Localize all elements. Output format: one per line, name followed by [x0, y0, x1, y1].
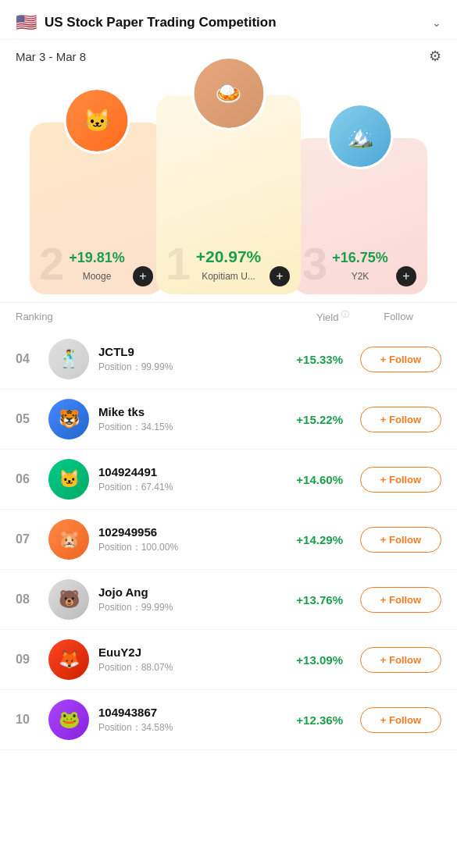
trader-name: 104943867	[98, 706, 279, 719]
trader-info: 104943867 Position：34.58%	[98, 706, 279, 735]
rank-number: 05	[16, 412, 39, 426]
trader-yield: +13.76%	[288, 593, 343, 607]
second-plus-button[interactable]: +	[133, 266, 153, 286]
trader-yield: +14.29%	[288, 533, 343, 546]
trader-yield: +13.09%	[288, 653, 343, 667]
trader-avatar: 🐻	[48, 579, 89, 620]
trader-avatar: 🐯	[48, 399, 89, 439]
second-name: Mooge	[83, 271, 112, 282]
follow-button[interactable]: + Follow	[360, 707, 441, 733]
trader-avatar: 🦊	[48, 639, 89, 680]
rank-number: 10	[16, 713, 39, 727]
follow-button[interactable]: + Follow	[360, 407, 441, 432]
trader-list: 04 🕺 JCTL9 Position：99.99% +15.33% + Fol…	[0, 329, 457, 750]
rank-watermark-2: 2	[39, 241, 64, 286]
follow-button[interactable]: + Follow	[360, 347, 441, 372]
trader-row: 10 🐸 104943867 Position：34.58% +12.36% +…	[0, 690, 457, 750]
trader-row: 05 🐯 Mike tks Position：34.15% +15.22% + …	[0, 390, 457, 450]
header-left: 🇺🇸 US Stock Paper Trading Competition	[16, 12, 277, 33]
trader-position: Position：99.99%	[98, 601, 279, 614]
first-yield: +20.97%	[196, 247, 262, 266]
podium-first: 1 🍛 +20.97% Kopitiam U... +	[156, 95, 301, 294]
trader-yield: +15.22%	[288, 413, 343, 426]
trader-avatar: 🕺	[48, 339, 89, 379]
avatar-first-img: 🍛	[194, 59, 263, 128]
flag-icon: 🇺🇸	[16, 12, 37, 33]
trader-row: 09 🦊 EuuY2J Position：88.07% +13.09% + Fo…	[0, 630, 457, 690]
trader-info: 102949956 Position：100.00%	[98, 525, 279, 554]
podium-second: 2 🐱 +19.81% Mooge +	[30, 123, 164, 294]
trader-info: Jojo Ang Position：99.99%	[98, 585, 279, 614]
date-range-text: Mar 3 - Mar 8	[16, 50, 86, 63]
follow-button[interactable]: + Follow	[360, 647, 441, 673]
col-follow: Follow	[355, 311, 441, 322]
podium-third: 3 🏔️ +16.75% Y2K +	[293, 138, 427, 294]
trader-avatar: 🐹	[48, 519, 89, 560]
third-name: Y2K	[352, 271, 370, 282]
chevron-down-icon[interactable]: ⌄	[432, 16, 441, 29]
trader-row: 08 🐻 Jojo Ang Position：99.99% +13.76% + …	[0, 570, 457, 630]
trader-info: EuuY2J Position：88.07%	[98, 646, 279, 674]
follow-button[interactable]: + Follow	[360, 467, 441, 493]
trader-name: EuuY2J	[98, 646, 279, 659]
competition-title: US Stock Paper Trading Competition	[45, 15, 277, 30]
trader-position: Position：99.99%	[98, 361, 279, 374]
trader-info: JCTL9 Position：99.99%	[98, 345, 279, 374]
avatar-second-img: 🐱	[66, 90, 128, 151]
table-header: Ranking Yield ⓘ Follow	[0, 302, 457, 329]
trader-position: Position：34.58%	[98, 721, 279, 735]
first-name: Kopitiam U...	[202, 271, 255, 282]
rank-number: 04	[16, 352, 39, 366]
app-header: 🇺🇸 US Stock Paper Trading Competition ⌄	[0, 0, 457, 40]
col-yield: Yield ⓘ	[316, 309, 349, 323]
trader-name: 104924491	[98, 465, 279, 478]
trader-info: 104924491 Position：67.41%	[98, 465, 279, 494]
filter-icon[interactable]: ⚙	[429, 48, 441, 65]
trader-name: Mike tks	[98, 405, 279, 418]
trader-info: Mike tks Position：34.15%	[98, 405, 279, 434]
second-yield: +19.81%	[69, 250, 125, 266]
yield-info-icon: ⓘ	[341, 310, 349, 318]
podium-section: 2 🐱 +19.81% Mooge + 1 🍛 +20.97% Kopitiam…	[0, 76, 457, 302]
avatar-second: 🐱	[64, 87, 130, 154]
rank-number: 08	[16, 592, 39, 607]
trader-name: JCTL9	[98, 345, 279, 358]
rank-watermark-1: 1	[166, 241, 191, 286]
rank-number: 07	[16, 532, 39, 546]
first-plus-button[interactable]: +	[270, 266, 290, 286]
col-ranking: Ranking	[16, 311, 53, 322]
third-plus-button[interactable]: +	[396, 266, 416, 286]
avatar-third: 🏔️	[327, 103, 394, 169]
follow-button[interactable]: + Follow	[360, 587, 441, 613]
trader-name: Jojo Ang	[98, 585, 279, 599]
trader-position: Position：34.15%	[98, 421, 279, 434]
trader-yield: +14.60%	[288, 473, 343, 486]
trader-position: Position：88.07%	[98, 661, 279, 674]
trader-yield: +15.33%	[288, 353, 343, 366]
trader-avatar: 🐱	[48, 459, 89, 500]
trader-row: 06 🐱 104924491 Position：67.41% +14.60% +…	[0, 450, 457, 510]
rank-number: 06	[16, 472, 39, 486]
trader-name: 102949956	[98, 525, 279, 539]
rank-number: 09	[16, 653, 39, 667]
trader-position: Position：67.41%	[98, 481, 279, 494]
avatar-third-img: 🏔️	[330, 105, 391, 167]
trader-row: 07 🐹 102949956 Position：100.00% +14.29% …	[0, 510, 457, 570]
trader-avatar: 🐸	[48, 699, 89, 740]
follow-button[interactable]: + Follow	[360, 527, 441, 553]
trader-yield: +12.36%	[288, 713, 343, 727]
third-yield: +16.75%	[332, 250, 388, 266]
rank-watermark-3: 3	[302, 241, 327, 286]
trader-row: 04 🕺 JCTL9 Position：99.99% +15.33% + Fol…	[0, 329, 457, 390]
avatar-first: 🍛	[191, 56, 266, 130]
trader-position: Position：100.00%	[98, 541, 279, 554]
